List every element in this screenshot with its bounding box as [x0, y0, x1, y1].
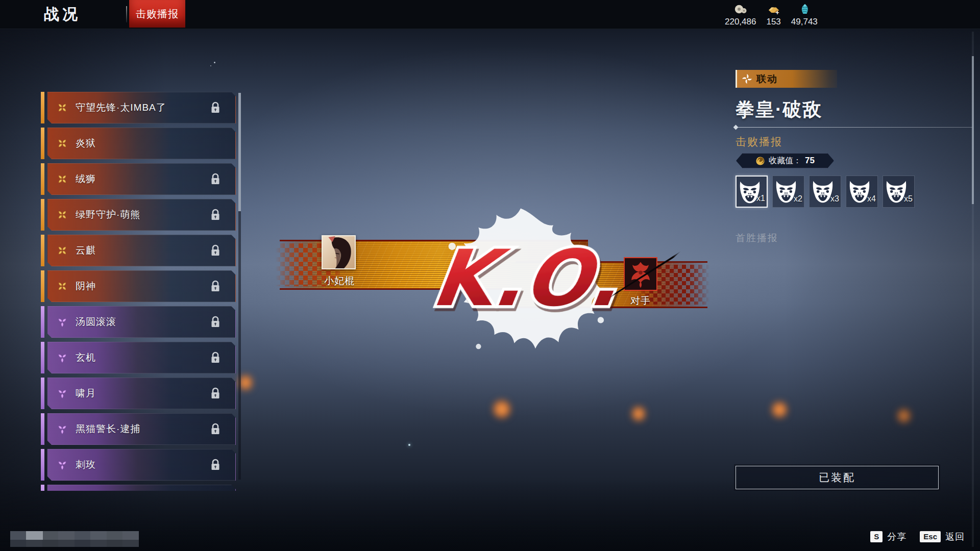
gold-flower-icon — [56, 173, 68, 185]
lock-icon — [210, 459, 221, 471]
key-badge: Esc — [920, 531, 941, 542]
purple-flower-icon — [56, 423, 68, 435]
detail-title: 拳皇·破敌 — [736, 97, 822, 122]
currency-value: 153 — [766, 17, 780, 27]
sidebar-item[interactable]: 绿野守护·萌熊 — [41, 199, 240, 231]
tier-accent-bar — [41, 270, 44, 302]
tile-count-label: x2 — [794, 194, 802, 204]
sidebar-item-card: 绒狮 — [47, 163, 236, 195]
currency-value: 49,743 — [791, 17, 818, 27]
sidebar-item-label: 玄机 — [76, 351, 96, 364]
lantern-glow — [632, 406, 645, 422]
lantern-glow — [897, 408, 911, 423]
sidebar-item-card: 汤圆滚滚 — [47, 306, 236, 338]
lock-icon — [210, 173, 221, 185]
sidebar-scrollbar[interactable] — [238, 93, 241, 480]
broadcast-variant-tile[interactable]: x3 — [809, 176, 841, 208]
sidebar-item-label: 刺玫 — [76, 458, 96, 471]
broadcast-list: 守望先锋·太IMBA了 — [41, 92, 240, 491]
player-avatar — [322, 235, 356, 269]
sidebar-item[interactable]: 黑猫警长·逮捕 — [41, 413, 240, 445]
svg-text:+: + — [775, 9, 779, 16]
purple-flower-icon — [56, 387, 68, 399]
tier-accent-bar — [41, 378, 44, 409]
currency-item[interactable]: + 153 — [766, 4, 780, 27]
coins-icon — [734, 4, 747, 16]
sidebar-item-label: 绒狮 — [76, 172, 96, 186]
sidebar-item-card: 阴神 — [47, 270, 236, 302]
sidebar-item-card: 炎狱 — [47, 128, 236, 159]
sidebar-item-label: 黑猫警长·逮捕 — [76, 422, 140, 436]
sidebar-item[interactable]: 玄机 — [41, 342, 240, 373]
sidebar-item[interactable]: 云麒 — [41, 235, 240, 266]
sidebar-item[interactable]: 阴神 — [41, 270, 240, 302]
sidebar-item-card: 啸月 — [47, 378, 236, 409]
lantern-glow — [493, 399, 510, 419]
lock-icon — [210, 316, 221, 328]
page-title: 战况 — [44, 0, 81, 29]
sidebar-item[interactable]: 刺玫 — [41, 449, 240, 481]
panel-scrollbar[interactable] — [972, 32, 974, 547]
star-speck — [214, 62, 215, 63]
sidebar-item[interactable]: 啸月 — [41, 378, 240, 409]
currency-item[interactable]: 49,743 — [791, 4, 818, 27]
tier-accent-bar — [41, 199, 44, 231]
lock-icon — [210, 244, 221, 257]
sidebar-item-card: 绿野守护·萌熊 — [47, 199, 236, 231]
broadcast-variant-row: x1 x2 x3 — [736, 176, 915, 208]
category-label: 击败播报 — [736, 135, 782, 149]
sidebar-item[interactable]: 炎狱 — [41, 128, 240, 159]
currency-item[interactable]: 220,486 — [725, 4, 756, 27]
lock-icon — [210, 387, 221, 399]
tier-accent-bar — [41, 342, 44, 373]
shuriken-icon — [742, 73, 752, 84]
purple-flower-icon — [56, 316, 68, 328]
broadcast-variant-tile[interactable]: x5 — [883, 176, 915, 208]
sidebar-item-label: 炎狱 — [76, 137, 96, 150]
sidebar-item-label: 阴神 — [76, 280, 96, 293]
equipped-button[interactable]: 已装配 — [736, 466, 939, 489]
tier-accent-bar — [41, 235, 44, 266]
collab-badge: 联动 — [736, 70, 837, 88]
tab-label: 击败播报 — [136, 7, 179, 21]
censor-mosaic — [10, 531, 139, 547]
sidebar-item-label: 云麒 — [76, 244, 96, 257]
lock-icon — [210, 352, 221, 364]
sidebar-item-card: 黑猫警长·逮捕 — [47, 413, 236, 445]
hotkey-label: 返回 — [945, 531, 965, 543]
broadcast-variant-tile[interactable]: x2 — [772, 176, 804, 208]
tier-accent-bar — [41, 485, 44, 491]
sidebar-item-card: 云麒 — [47, 235, 236, 266]
sidebar-item-card: 玄机 — [47, 342, 236, 373]
broadcast-variant-tile[interactable]: x4 — [846, 176, 878, 208]
water-speck — [408, 444, 410, 446]
broadcast-variant-tile[interactable]: x1 — [736, 176, 768, 208]
battle-status-screen: 战况 击败播报 220,486 + 153 49,743 — [0, 0, 980, 551]
star-speck — [210, 65, 211, 66]
lantern-glow — [772, 401, 787, 418]
panel-scrollbar-thumb[interactable] — [972, 56, 974, 204]
sidebar-item-label: 绿野守护·萌熊 — [76, 208, 140, 221]
tile-count-label: x3 — [830, 194, 839, 204]
ingot-icon: + — [767, 4, 780, 16]
sidebar-item[interactable]: 汤圆滚滚 — [41, 306, 240, 338]
tier-accent-bar — [41, 413, 44, 445]
sidebar-scrollbar-thumb[interactable] — [238, 93, 241, 211]
tab-defeat-broadcast[interactable]: 击败播报 — [129, 0, 185, 28]
gold-flower-icon — [56, 209, 68, 221]
sidebar-item[interactable] — [41, 485, 240, 491]
sidebar-item[interactable]: 守望先锋·太IMBA了 — [41, 92, 240, 123]
hotkey[interactable]: Esc 返回 — [920, 531, 965, 543]
hotkey-label: 分享 — [887, 531, 906, 543]
tab-divider — [126, 6, 127, 22]
lock-icon — [210, 423, 221, 435]
hotkey[interactable]: S 分享 — [870, 531, 906, 543]
jade-icon — [798, 4, 811, 16]
tier-accent-bar — [41, 128, 44, 159]
sidebar-item[interactable]: 绒狮 — [41, 163, 240, 195]
tile-count-label: x4 — [867, 194, 876, 204]
sidebar-item-card: 守望先锋·太IMBA了 — [47, 92, 236, 123]
collection-swirl-icon — [755, 156, 765, 166]
tier-accent-bar — [41, 449, 44, 481]
lock-icon — [210, 280, 221, 292]
